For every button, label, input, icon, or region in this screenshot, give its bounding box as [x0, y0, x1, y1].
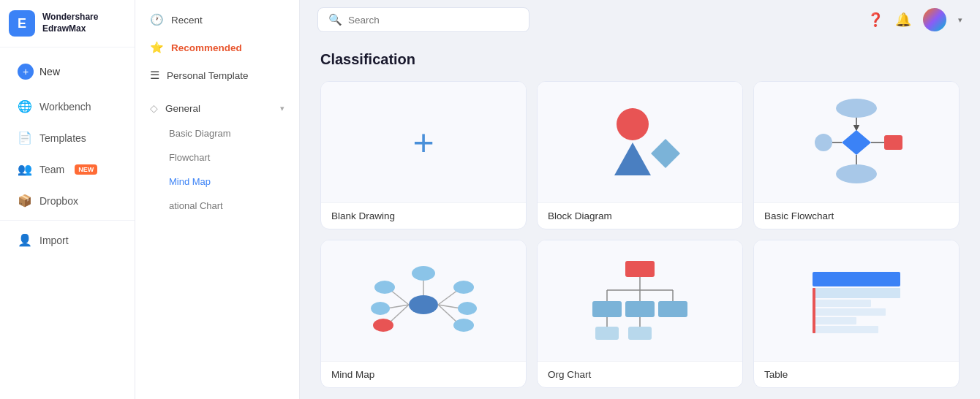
sidebar-item-dropbox[interactable]: 📦 Dropbox: [6, 186, 129, 215]
general-icon: ◇: [150, 102, 158, 114]
card-orgchart-visual: [538, 240, 742, 361]
card-table-visual: [754, 240, 959, 361]
search-icon: 🔍: [328, 13, 342, 26]
nav-recommended[interactable]: ⭐ Recommended: [135, 34, 299, 61]
second-sidebar: 🕐 Recent ⭐ Recommended ☰ Personal Templa…: [135, 0, 300, 399]
svg-point-14: [374, 281, 395, 294]
svg-point-26: [412, 266, 435, 281]
svg-point-16: [371, 302, 390, 315]
card-flowchart-label: Basic Flowchart: [754, 202, 959, 229]
card-orgchart-label: Org Chart: [538, 361, 742, 387]
new-btn-icon: +: [18, 64, 34, 80]
svg-rect-46: [813, 288, 815, 333]
notification-icon[interactable]: 🔔: [895, 12, 911, 28]
recent-label: Recent: [171, 15, 203, 26]
import-label: Import: [39, 235, 69, 246]
card-block-label: Block Diagram: [538, 202, 742, 229]
avatar[interactable]: [923, 8, 946, 31]
svg-rect-34: [625, 301, 655, 317]
svg-point-3: [836, 99, 877, 118]
card-mindmap-visual: [321, 240, 526, 361]
logo-area: E Wondershare EdrawMax: [0, 0, 135, 48]
nav-mind-map[interactable]: Mind Map: [135, 170, 299, 194]
svg-marker-2: [614, 142, 651, 175]
svg-rect-44: [813, 317, 856, 324]
svg-rect-43: [813, 308, 886, 316]
recent-icon: 🕐: [150, 13, 164, 26]
card-basic-flowchart[interactable]: Basic Flowchart: [753, 81, 960, 229]
nav-basic-diagram[interactable]: Basic Diagram: [135, 121, 299, 145]
svg-rect-45: [813, 326, 878, 333]
nav-divider: [0, 220, 135, 221]
app-logo-icon: E: [9, 10, 35, 37]
main-content: 🔍 ❓ 🔔 ▾ Classification + Blank Drawing: [300, 0, 980, 399]
svg-rect-7: [884, 135, 902, 150]
general-section-header[interactable]: ◇ General ▾: [135, 95, 299, 121]
nav-recent[interactable]: 🕐 Recent: [135, 6, 299, 34]
content-area: Classification + Blank Drawing: [300, 39, 980, 399]
cards-grid: + Blank Drawing Block Diagram: [320, 81, 960, 388]
card-table-label: Table: [754, 361, 959, 387]
card-org-chart[interactable]: Org Chart: [537, 240, 743, 388]
svg-point-0: [617, 108, 649, 140]
sidebar-item-workbench[interactable]: 🌐 Workbench: [6, 92, 129, 121]
svg-rect-39: [628, 327, 652, 340]
chevron-down-icon: ▾: [280, 104, 284, 113]
avatar-chevron-icon[interactable]: ▾: [958, 15, 962, 25]
card-table[interactable]: Table: [753, 240, 960, 388]
recommended-icon: ⭐: [150, 41, 164, 54]
nav-org-chart[interactable]: ational Chart: [135, 194, 299, 218]
svg-point-20: [453, 281, 474, 294]
sidebar-item-import[interactable]: 👤 Import: [6, 226, 129, 254]
svg-line-19: [438, 290, 458, 305]
recommended-label: Recommended: [171, 42, 242, 53]
svg-rect-40: [813, 272, 900, 286]
svg-point-18: [373, 319, 393, 332]
svg-rect-33: [592, 301, 622, 317]
svg-rect-42: [813, 300, 871, 307]
team-icon: 👥: [18, 162, 32, 176]
flowchart-svg: [805, 95, 908, 190]
search-box[interactable]: 🔍: [317, 7, 529, 32]
sidebar-item-team[interactable]: 👥 Team NEW: [6, 155, 129, 183]
svg-rect-37: [595, 327, 619, 340]
workbench-icon: 🌐: [18, 99, 32, 113]
plus-icon: +: [412, 124, 434, 161]
personal-template-icon: ☰: [150, 69, 159, 82]
left-nav: + New 🌐 Workbench 📄 Templates 👥 Team NEW…: [0, 48, 135, 261]
table-svg: [805, 257, 908, 345]
nav-flowchart[interactable]: Flowchart: [135, 145, 299, 170]
card-block-diagram[interactable]: Block Diagram: [537, 81, 743, 229]
card-blank-drawing[interactable]: + Blank Drawing: [320, 81, 527, 229]
sidebar-item-templates[interactable]: 📄 Templates: [6, 123, 129, 152]
general-icon-label: ◇ General: [150, 102, 200, 114]
workbench-label: Workbench: [39, 101, 91, 113]
svg-line-13: [391, 290, 409, 305]
app-name: Wondershare EdrawMax: [42, 12, 98, 34]
new-button[interactable]: + New: [6, 56, 129, 87]
top-bar: 🔍 ❓ 🔔 ▾: [300, 0, 980, 39]
card-mind-map[interactable]: Mind Map: [320, 240, 527, 388]
personal-template-label: Personal Template: [167, 70, 249, 81]
search-input[interactable]: [348, 15, 519, 26]
mind-map-label: Mind Map: [169, 176, 211, 187]
orgchart-svg: [585, 254, 695, 349]
card-mindmap-label: Mind Map: [321, 361, 526, 387]
svg-rect-41: [813, 288, 900, 298]
svg-point-22: [458, 302, 477, 315]
org-chart-label: ational Chart: [169, 200, 223, 211]
card-blank-label: Blank Drawing: [321, 202, 526, 229]
basic-diagram-label: Basic Diagram: [169, 128, 231, 139]
card-block-visual: [538, 82, 742, 202]
templates-icon: 📄: [18, 131, 32, 145]
top-right-actions: ❓ 🔔 ▾: [867, 8, 962, 31]
general-label: General: [165, 103, 200, 114]
mindmap-svg: [369, 254, 478, 349]
block-diagram-svg: [592, 99, 687, 186]
new-label: New: [39, 66, 60, 77]
flowchart-label: Flowchart: [169, 152, 210, 163]
nav-personal-template[interactable]: ☰ Personal Template: [135, 61, 299, 89]
help-icon[interactable]: ❓: [867, 12, 883, 28]
svg-point-24: [453, 319, 474, 332]
svg-marker-1: [651, 139, 680, 168]
